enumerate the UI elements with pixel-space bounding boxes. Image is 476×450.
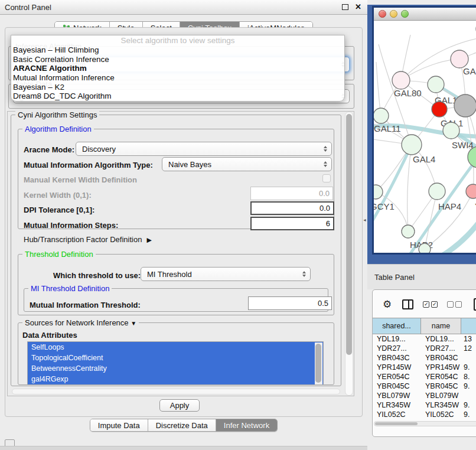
table-row[interactable]: YER054CYER054C8.	[373, 372, 476, 381]
dpi-tolerance-field[interactable]: 0.0	[250, 201, 334, 215]
table-toolbar: ⚙ ✓✓	[373, 295, 476, 314]
node-label-swi4: SWI4	[452, 140, 474, 150]
aracne-mode-label: Aracne Mode:	[24, 145, 74, 154]
table-cell: YPR145W	[421, 363, 461, 372]
which-threshold-value: MI Threshold	[147, 270, 192, 279]
dropdown-item-basic-correlation-inference[interactable]: Basic Correlation Inference	[11, 55, 344, 64]
network-node-gal7[interactable]	[451, 50, 468, 68]
sources-group-title[interactable]: Sources for Network Inference ▼	[22, 318, 139, 327]
tab-infer-network[interactable]: Infer Network	[216, 419, 277, 431]
network-node-y-node[interactable]	[466, 184, 476, 198]
mi-type-value: Naive Bayes	[168, 160, 211, 169]
tab-impute-data[interactable]: Impute Data	[90, 419, 148, 431]
table-cell: 12	[461, 344, 476, 353]
attribute-item-topologicalcoefficient[interactable]: TopologicalCoefficient	[28, 353, 323, 363]
table-row[interactable]: YBR043CYBR043C	[373, 353, 476, 363]
network-node-swi4[interactable]	[443, 122, 459, 139]
network-edge[interactable]	[376, 192, 408, 231]
minimize-traffic-light[interactable]	[390, 10, 397, 18]
mi-steps-label: Mutual Information Steps:	[24, 221, 118, 230]
gear-icon[interactable]: ⚙	[383, 298, 392, 311]
network-edge[interactable]	[440, 213, 476, 253]
dropdown-item-bayesian-hill-climbing[interactable]: Bayesian – Hill Climbing	[11, 45, 344, 55]
network-node-bottom-node[interactable]	[419, 243, 431, 253]
table-cell	[461, 391, 476, 400]
dropdown-placeholder: Select algorithm to view settings	[11, 35, 344, 45]
network-node-hap4[interactable]	[429, 183, 445, 200]
table-row[interactable]: YDR27...YDR27...12	[373, 344, 476, 353]
attribute-item-betweennesscentrality[interactable]: BetweennessCentrality	[28, 363, 323, 374]
aracne-mode-combobox[interactable]: Discovery	[76, 142, 332, 156]
close-traffic-light[interactable]	[379, 10, 386, 18]
column-header-name[interactable]: name	[421, 318, 461, 334]
which-threshold-combobox[interactable]: MI Threshold	[141, 267, 311, 281]
deselect-all-checks-icon[interactable]	[447, 301, 462, 308]
control-panel-titlebar: Control Panel ✕	[0, 0, 367, 15]
network-canvas[interactable]: GAL7GAL80GAL10GAL1GAL11SWI4GAL4GCY1HAP4Y…	[374, 21, 476, 253]
dropdown-item-bayesian-k2[interactable]: Bayesian – K2	[11, 83, 344, 92]
network-node-gal10[interactable]	[428, 76, 444, 93]
hub-definition-expander[interactable]: Hub/Transcription Factor Definition▶	[24, 235, 152, 244]
node-label-gal11: GAL11	[374, 123, 401, 133]
node-label-gal80: GAL80	[394, 88, 422, 98]
network-node-gal1[interactable]	[432, 102, 447, 117]
table-body: YDL19...YDL19...13YDR27...YDR27...12YBR0…	[373, 334, 476, 419]
network-edge[interactable]	[401, 59, 459, 80]
table-row[interactable]: YBL079WYBL079W	[373, 391, 476, 400]
column-header-cut[interactable]	[461, 318, 476, 334]
close-icon[interactable]: ✕	[355, 2, 361, 11]
column-header-shared[interactable]: shared...	[373, 318, 421, 334]
dropdown-item-mutual-information-inference[interactable]: Mutual Information Inference	[11, 73, 344, 83]
control-panel-title: Control Panel	[5, 3, 51, 12]
zoom-traffic-light[interactable]	[401, 10, 409, 18]
attributes-scrollbar[interactable]	[315, 343, 322, 384]
data-attributes-list[interactable]: SelfLoopsTopologicalCoefficientBetweenne…	[27, 341, 324, 385]
document-icon[interactable]	[474, 298, 476, 311]
network-node-gal4[interactable]	[402, 135, 422, 155]
dropdown-item-list: Bayesian – Hill ClimbingBasic Correlatio…	[11, 45, 344, 101]
table-row[interactable]: YBR045CYBR045C9.	[373, 381, 476, 391]
table-row[interactable]: YIL052CYIL052C9.	[373, 410, 476, 419]
settings-scrollbar[interactable]	[345, 112, 353, 396]
dropdown-item-dream8-dc-tdc-algorithm[interactable]: Dream8 DC_TDC Algorithm	[11, 92, 344, 101]
mi-threshold-field[interactable]: 0.5	[248, 296, 332, 310]
attribute-item-gal4rgexp[interactable]: gal4RGexp	[28, 374, 323, 384]
dropdown-item-aracne-algorithm[interactable]: ARACNE Algorithm	[11, 64, 344, 73]
table-hscrollbar-thumb[interactable]	[375, 422, 418, 425]
table-row[interactable]: YDL19...YDL19...13	[373, 334, 476, 344]
settings-hscroll-track[interactable]	[12, 389, 340, 394]
network-view-window[interactable]: GAL7GAL80GAL10GAL1GAL11SWI4GAL4GCY1HAP4Y…	[372, 6, 476, 255]
attributes-scrollbar-thumb[interactable]	[315, 344, 321, 383]
network-window-titlebar[interactable]	[374, 8, 476, 21]
mi-steps-field[interactable]: 6	[250, 217, 334, 230]
apply-button[interactable]: Apply	[159, 399, 200, 412]
settings-scrollbar-thumb[interactable]	[346, 114, 352, 355]
network-node-gcy1[interactable]	[374, 185, 383, 199]
tab-discretize-data[interactable]: Discretize Data	[148, 419, 216, 431]
table-row[interactable]: YPR145WYPR145W9.	[373, 363, 476, 372]
node-label-gal7: GAL7	[463, 66, 476, 76]
network-edge[interactable]	[376, 62, 381, 116]
node-table: ⚙ ✓✓ shared...name YDL19...YDL19...13YDR…	[372, 289, 476, 437]
network-edge[interactable]	[407, 145, 412, 231]
table-panel-title: Table Panel	[374, 273, 415, 282]
network-edge[interactable]	[374, 145, 412, 224]
columns-icon[interactable]	[402, 299, 413, 309]
network-graph: GAL7GAL80GAL10GAL1GAL11SWI4GAL4GCY1HAP4Y…	[374, 21, 476, 253]
float-window-icon[interactable]	[342, 4, 348, 10]
attribute-item-selfloops[interactable]: SelfLoops	[28, 342, 323, 353]
algorithm-dropdown-popup: Select algorithm to view settings Bayesi…	[11, 35, 345, 102]
table-cell: YBL079W	[373, 391, 421, 400]
table-hscrollbar[interactable]	[374, 421, 476, 426]
select-all-checks-icon[interactable]: ✓✓	[423, 301, 438, 308]
panel-divider-handle[interactable]: ◄	[363, 218, 367, 222]
table-cell: YDR27...	[421, 344, 461, 353]
mi-type-combobox[interactable]: Naive Bayes	[162, 157, 332, 171]
table-row[interactable]: YLR345WYLR345W9.	[373, 400, 476, 410]
kernel-width-field[interactable]: 0.0	[250, 187, 333, 200]
network-node-hap2[interactable]	[402, 225, 415, 238]
network-node-gray-node[interactable]	[454, 94, 476, 117]
network-node-gal11[interactable]	[374, 108, 389, 123]
network-node-gal80[interactable]	[392, 71, 410, 89]
manual-kernel-checkbox[interactable]	[322, 174, 331, 182]
